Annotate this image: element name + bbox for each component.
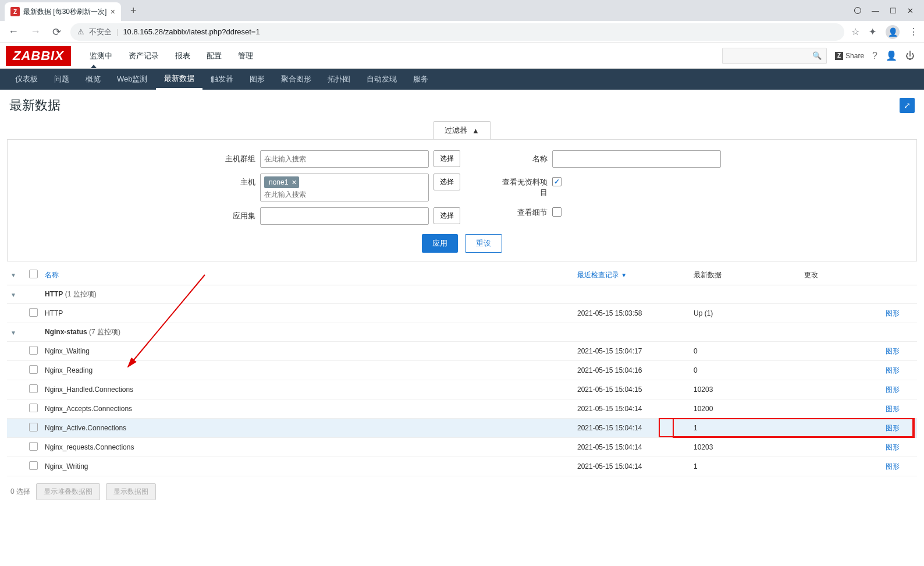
forward-icon: → [28,26,43,38]
sub-nav-item[interactable]: 最新数据 [156,69,202,90]
row-checkbox[interactable] [29,423,38,431]
item-change [801,399,882,419]
item-change [801,457,882,476]
top-nav-item[interactable]: 配置 [198,44,230,68]
item-latest: 10203 [690,438,801,457]
bookmark-icon[interactable]: ☆ [851,26,859,37]
filter-toggle: 过滤器 ▲ [7,121,917,139]
sub-nav-item[interactable]: 服务 [405,69,436,90]
url-box[interactable]: ⚠ 不安全 | 10.8.165.28/zabbix/latest.php?dd… [70,23,844,41]
content: 过滤器 ▲ 主机群组 选择 主机 none1× [0,121,924,517]
sub-nav-item[interactable]: 聚合图形 [273,69,319,90]
row-checkbox[interactable] [29,442,38,451]
item-graph-link[interactable]: 图形 [882,419,917,438]
host-group-input[interactable] [260,150,429,168]
sub-nav-item[interactable]: 拓扑图 [319,69,358,90]
extension-icon[interactable]: ✦ [869,26,876,37]
row-checkbox[interactable] [29,365,38,374]
new-tab-button[interactable]: + [126,5,141,17]
top-nav-item[interactable]: 监测中 [81,44,120,68]
browser-tab[interactable]: Z 最新数据 [每30秒刷新一次] × [5,2,121,21]
share-button[interactable]: ZShare [835,52,864,60]
host-select-button[interactable]: 选择 [433,174,460,190]
item-name: Nginx_Reading [41,361,574,380]
close-window-icon[interactable]: ✕ [907,6,914,15]
tab-bar: Z 最新数据 [每30秒刷新一次] × + — ☐ ✕ [0,0,924,21]
power-icon[interactable]: ⏻ [905,51,915,61]
row-checkbox[interactable] [29,384,38,393]
record-icon [854,7,861,14]
address-bar: ← → ⟳ ⚠ 不安全 | 10.8.165.28/zabbix/latest.… [0,21,924,43]
item-name: Nginx_Accepts.Connections [41,399,574,419]
sub-nav-item[interactable]: 概览 [77,69,109,90]
row-checkbox[interactable] [29,461,38,470]
search-input[interactable]: 🔍 [722,48,827,64]
row-checkbox[interactable] [29,346,38,355]
item-change [801,419,882,438]
host-input[interactable]: none1× [260,174,429,201]
item-name: Nginx_Handled.Connections [41,380,574,399]
item-graph-link[interactable]: 图形 [882,438,917,457]
reset-button[interactable]: 重设 [465,234,502,253]
nodata-checkbox[interactable]: ✓ [552,177,561,186]
sub-nav: 仪表板问题概览Web监测最新数据触发器图形聚合图形拓扑图自动发现服务 [0,69,924,90]
chevron-down-icon[interactable]: ▼ [10,330,16,336]
item-change [801,380,882,399]
zabbix-logo[interactable]: ZABBIX [6,46,71,66]
top-nav-item[interactable]: 资产记录 [120,44,167,68]
close-icon[interactable]: × [292,178,296,187]
back-icon[interactable]: ← [6,26,21,38]
minimize-icon[interactable]: — [872,6,879,15]
table-row: Nginx_requests.Connections 2021-05-15 15… [7,438,917,457]
item-graph-link[interactable]: 图形 [882,380,917,399]
top-nav: 监测中资产记录报表配置管理 [81,44,261,68]
item-lastcheck: 2021-05-15 15:04:14 [574,419,690,438]
select-all-checkbox[interactable] [29,270,38,278]
detail-checkbox[interactable] [552,207,561,217]
user-icon[interactable]: 👤 [886,50,897,61]
fullscreen-icon[interactable]: ⤢ [900,98,915,113]
sub-nav-item[interactable]: 图形 [241,69,273,90]
reload-icon[interactable]: ⟳ [50,26,63,38]
item-latest: Up (1) [690,304,801,323]
name-input[interactable] [552,150,721,168]
item-name: HTTP [41,304,574,323]
row-checkbox[interactable] [29,404,38,412]
menu-icon[interactable]: ⋮ [909,26,918,37]
sub-nav-item[interactable]: 问题 [46,69,77,90]
top-nav-item[interactable]: 报表 [167,44,198,68]
table-row: Nginx_Writing 2021-05-15 15:04:14 1 图形 [7,457,917,476]
maximize-icon[interactable]: ☐ [890,6,897,15]
selection-footer: 0 选择 显示堆叠数据图 显示数据图 [7,476,917,507]
table-group-row: ▼HTTP (1 监控项) [7,285,917,304]
chevron-down-icon[interactable]: ▼ [10,272,16,278]
profile-avatar[interactable]: 👤 [886,25,900,39]
app-select-button[interactable]: 选择 [433,207,460,224]
selected-count: 0 选择 [10,487,30,497]
host-group-select-button[interactable]: 选择 [433,150,460,167]
filter-toggle-button[interactable]: 过滤器 ▲ [433,121,491,139]
item-latest: 1 [690,419,801,438]
item-name: Nginx_requests.Connections [41,438,574,457]
host-chip[interactable]: none1× [264,176,299,188]
col-name[interactable]: 名称 [41,265,574,285]
app-input[interactable] [260,207,429,225]
chevron-down-icon[interactable]: ▼ [10,292,16,298]
item-graph-link[interactable]: 图形 [882,304,917,323]
close-icon[interactable]: × [111,7,115,16]
apply-button[interactable]: 应用 [422,234,458,253]
item-graph-link[interactable]: 图形 [882,342,917,361]
col-lastcheck[interactable]: 最近检查记录 ▼ [574,265,690,285]
item-graph-link[interactable]: 图形 [882,361,917,380]
item-graph-link[interactable]: 图形 [882,457,917,476]
top-nav-item[interactable]: 管理 [230,44,261,68]
item-graph-link[interactable]: 图形 [882,399,917,419]
sub-nav-item[interactable]: Web监测 [109,69,156,90]
graph-button: 显示数据图 [106,483,156,500]
row-checkbox[interactable] [29,308,38,317]
app-label: 应用集 [203,207,255,221]
sub-nav-item[interactable]: 触发器 [202,69,241,90]
help-icon[interactable]: ? [872,51,877,61]
sub-nav-item[interactable]: 仪表板 [7,69,46,90]
sub-nav-item[interactable]: 自动发现 [358,69,405,90]
